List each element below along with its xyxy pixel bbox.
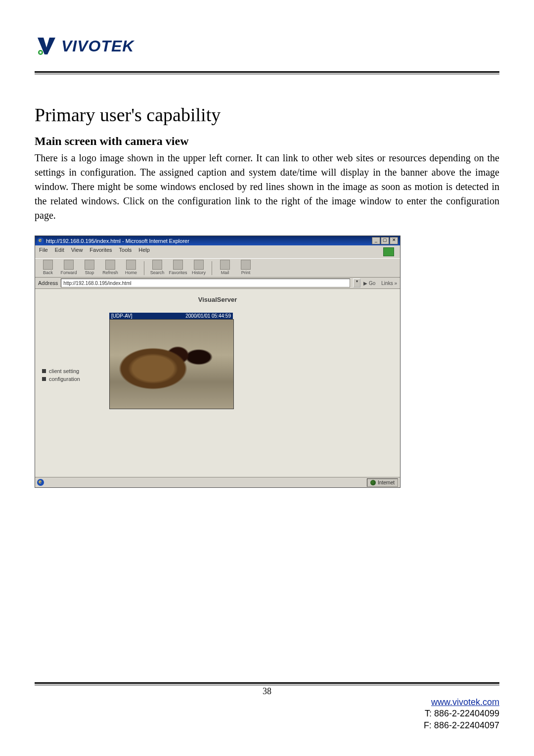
address-input[interactable]: http://192.168.0.195/index.html xyxy=(61,279,350,287)
link-configuration[interactable]: configuration xyxy=(42,376,80,382)
ie-icon xyxy=(37,237,44,244)
back-icon xyxy=(43,260,53,270)
toolbar-separator xyxy=(212,261,212,275)
refresh-button[interactable]: Refresh xyxy=(100,260,120,275)
page-header: VIVOTEK xyxy=(35,35,499,57)
go-label[interactable]: ▶ Go xyxy=(363,281,375,286)
menu-help[interactable]: Help xyxy=(138,247,150,257)
footer-fax: F: 886-2-22404097 xyxy=(424,720,499,730)
camera-window: [UDP-AV] 2000/01/01 05:44:59 xyxy=(109,313,233,409)
footer-tel: T: 886-2-22404099 xyxy=(425,709,499,718)
menu-favorites[interactable]: Favorites xyxy=(89,247,112,257)
side-links: client setting configuration xyxy=(42,368,80,384)
mail-button[interactable]: Mail xyxy=(215,260,235,275)
home-icon xyxy=(126,260,136,270)
vivotek-logo-text: VIVOTEK xyxy=(61,37,134,55)
print-button[interactable]: Print xyxy=(236,260,256,275)
maximize-button[interactable]: ▢ xyxy=(381,237,389,244)
print-icon xyxy=(241,260,251,270)
vivotek-logo-icon xyxy=(35,35,57,57)
forward-button[interactable]: Forward xyxy=(59,260,79,275)
footer-rule xyxy=(35,682,499,685)
stop-button[interactable]: Stop xyxy=(80,260,99,275)
page-content: VisualServer [UDP-AV] 2000/01/01 05:44:5… xyxy=(35,289,400,477)
globe-icon xyxy=(370,480,376,485)
security-zone: Internet xyxy=(367,478,398,487)
svg-rect-1 xyxy=(40,51,42,53)
camera-timestamp: 2000/01/01 05:44:59 xyxy=(185,313,231,319)
address-label: Address xyxy=(38,280,58,286)
back-button[interactable]: Back xyxy=(38,260,58,275)
close-button[interactable]: ✕ xyxy=(390,237,398,244)
toolbar-separator xyxy=(144,261,144,275)
mail-icon xyxy=(220,260,230,270)
section-subtitle: Main screen with camera view xyxy=(35,135,499,148)
bullet-icon xyxy=(42,369,46,373)
forward-icon xyxy=(64,260,74,270)
page-number: 38 xyxy=(35,686,499,697)
section-title: Primary user's capability xyxy=(35,104,499,126)
favorites-button[interactable]: Favorites xyxy=(168,260,188,275)
search-icon xyxy=(152,260,162,270)
history-icon xyxy=(194,260,204,270)
search-button[interactable]: Search xyxy=(147,260,167,275)
window-titlebar: http://192.168.0.195/index.html - Micros… xyxy=(35,236,400,245)
menu-file[interactable]: File xyxy=(39,247,48,257)
menu-view[interactable]: View xyxy=(71,247,83,257)
link-client-setting[interactable]: client setting xyxy=(42,368,80,374)
window-title: http://192.168.0.195/index.html - Micros… xyxy=(46,238,189,244)
address-bar: Address http://192.168.0.195/index.html … xyxy=(35,278,400,289)
refresh-icon xyxy=(105,260,115,270)
menu-tools[interactable]: Tools xyxy=(119,247,132,257)
visualserver-banner: VisualServer xyxy=(35,289,400,303)
menu-bar: File Edit View Favorites Tools Help xyxy=(35,245,400,258)
minimize-button[interactable]: _ xyxy=(372,237,380,244)
menu-edit[interactable]: Edit xyxy=(55,247,64,257)
bullet-icon xyxy=(42,377,46,381)
page-footer: 38 www.vivotek.com T: 886-2-22404099 F: … xyxy=(35,682,499,731)
links-label[interactable]: Links » xyxy=(381,281,397,286)
section-paragraph: There is a logo image shown in the upper… xyxy=(35,151,499,223)
favorites-icon xyxy=(173,260,183,270)
browser-screenshot: http://192.168.0.195/index.html - Micros… xyxy=(35,236,400,488)
address-dropdown[interactable]: ▾ xyxy=(353,279,360,287)
throbber-icon xyxy=(383,247,394,256)
status-bar: Internet xyxy=(35,477,400,487)
footer-url[interactable]: www.vivotek.com xyxy=(431,697,499,707)
toolbar: Back Forward Stop Refresh Home Search Fa… xyxy=(35,258,400,278)
stop-icon xyxy=(85,260,94,270)
home-button[interactable]: Home xyxy=(121,260,141,275)
history-button[interactable]: History xyxy=(189,260,209,275)
camera-image xyxy=(109,319,234,409)
ie-status-icon xyxy=(37,479,44,486)
camera-protocol: [UDP-AV] xyxy=(111,313,133,319)
